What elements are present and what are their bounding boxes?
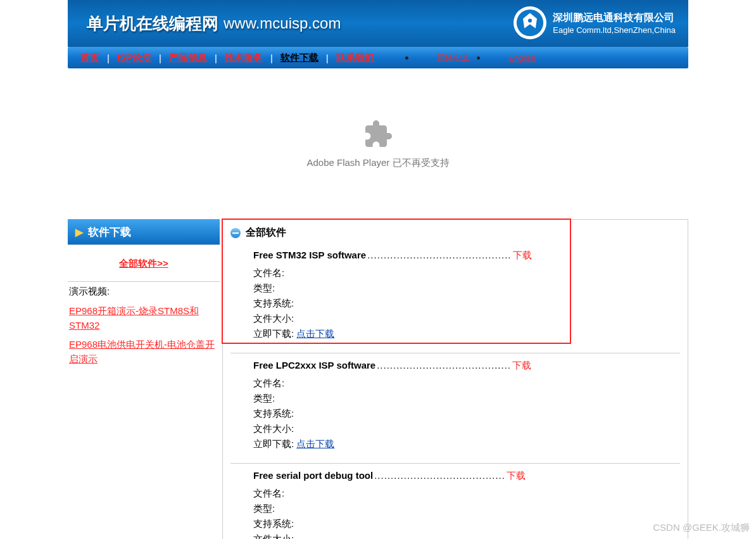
nav-download[interactable]: 软件下载 <box>275 52 324 64</box>
nav-sep: | <box>104 53 112 63</box>
lang-bullet: ● <box>476 53 481 62</box>
section-header: 全部软件 <box>223 220 688 243</box>
lang-en-link[interactable]: English <box>508 53 536 63</box>
software-title: Free serial port debug tool <box>253 470 373 481</box>
nav-products[interactable]: 产品信息 <box>164 52 212 64</box>
sidebar-header: ▶ 软件下载 <box>68 219 220 244</box>
flash-placeholder: Adobe Flash Player 已不再受支持 <box>68 68 688 219</box>
field-size: 文件大小: <box>253 531 657 539</box>
download-link[interactable]: 点击下载 <box>296 328 334 339</box>
dots-sep: ........................................… <box>375 360 512 371</box>
nav-bar: 首页 | ISP论坛 | 产品信息 | 技术服务 | 软件下载 | 联系我们 ●… <box>68 47 688 68</box>
field-download-now: 立即下载: 点击下载 <box>253 326 657 341</box>
download-badge[interactable]: 下载 <box>513 250 532 262</box>
svg-point-1 <box>528 18 532 22</box>
field-os: 支持系统: <box>253 296 657 311</box>
dots-sep: ........................................… <box>366 250 512 260</box>
sidebar-demo-link-2[interactable]: EP968电池供电开关机-电池仓盖开启演示 <box>68 335 220 369</box>
field-size: 文件大小: <box>253 311 657 326</box>
lang-bullet: ● <box>405 53 409 62</box>
field-os: 支持系统: <box>253 516 657 531</box>
software-item: Free STM32 ISP software ................… <box>230 243 680 353</box>
field-type: 类型: <box>253 391 657 406</box>
section-title: 全部软件 <box>246 226 286 239</box>
software-title: Free STM32 ISP software <box>253 250 366 260</box>
software-title: Free LPC2xxx ISP software <box>253 360 375 371</box>
nav-forum[interactable]: ISP论坛 <box>112 52 156 64</box>
sidebar-all-software-link[interactable]: 全部软件>> <box>68 251 220 281</box>
company-name-en: Eagle Comm.ltd,ShenZhen,China <box>553 25 676 35</box>
software-item: Free LPC2xxx ISP software ..............… <box>230 353 680 463</box>
field-download-now: 立即下载: 点击下载 <box>253 436 657 452</box>
download-badge[interactable]: 下载 <box>512 360 531 372</box>
main-content: 全部软件 Free STM32 ISP software ...........… <box>222 219 688 539</box>
nav-home[interactable]: 首页 <box>75 52 104 64</box>
play-icon: ▶ <box>75 226 83 238</box>
company-name-cn: 深圳鹏远电通科技有限公司 <box>553 11 676 25</box>
nav-sep: | <box>268 53 275 63</box>
download-badge[interactable]: 下载 <box>507 470 526 482</box>
download-link[interactable]: 点击下载 <box>296 438 334 449</box>
puzzle-icon <box>363 119 393 149</box>
sidebar-demo-label: 演示视频: <box>68 281 220 301</box>
lang-cn-link[interactable]: 简体中文 <box>437 52 470 63</box>
minus-circle-icon <box>230 228 241 238</box>
sidebar-demo-link-1[interactable]: EP968开箱演示-烧录STM8S和STM32 <box>68 301 220 335</box>
dots-sep: ........................................ <box>373 470 507 481</box>
sidebar-header-label: 软件下载 <box>88 225 131 239</box>
sidebar: ▶ 软件下载 全部软件>> 演示视频: EP968开箱演示-烧录STM8S和ST… <box>68 219 220 375</box>
header-banner: 单片机在线编程网 www.mcuisp.com 深圳鹏远电通科技有限公司 Eag… <box>68 0 688 47</box>
company-logo-icon <box>513 6 546 39</box>
field-filename: 文件名: <box>253 265 657 281</box>
software-item: Free serial port debug tool ............… <box>230 463 680 539</box>
header-company-block: 深圳鹏远电通科技有限公司 Eagle Comm.ltd,ShenZhen,Chi… <box>513 6 676 39</box>
site-title-cn: 单片机在线编程网 <box>87 13 218 35</box>
field-type: 类型: <box>253 281 657 296</box>
nav-service[interactable]: 技术服务 <box>220 52 268 64</box>
nav-sep: | <box>324 53 331 63</box>
nav-sep: | <box>156 53 164 63</box>
watermark: CSDN @GEEK.攻城狮 <box>653 522 750 534</box>
nav-sep: | <box>212 53 220 63</box>
field-type: 类型: <box>253 501 657 516</box>
field-size: 文件大小: <box>253 421 657 436</box>
field-os: 支持系统: <box>253 406 657 421</box>
site-url: www.mcuisp.com <box>224 15 341 32</box>
flash-unsupported-text: Adobe Flash Player 已不再受支持 <box>306 157 449 169</box>
field-filename: 文件名: <box>253 376 657 391</box>
field-filename: 文件名: <box>253 486 657 501</box>
nav-contact[interactable]: 联系我们 <box>331 52 379 64</box>
